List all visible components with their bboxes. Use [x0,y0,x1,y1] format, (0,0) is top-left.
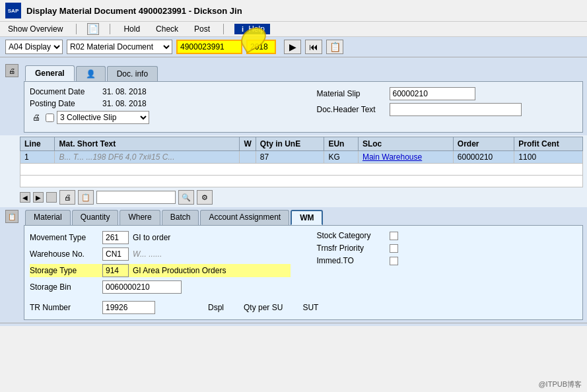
watermark: @ITPUB博客 [538,379,582,389]
posting-date-value: 31. 08. 2018 [102,99,147,108]
movement-type-row: Movement Type GI to order [30,231,291,244]
form-section: Document Date 31. 08. 2018 Posting Date … [30,87,577,127]
bottom-left-icons: 📋 [4,207,20,323]
doc-type-select[interactable]: R02 Material Document [67,40,172,54]
tab-area: General 👤 Doc. info Document Date 31. 08… [20,61,587,135]
doc-header-text-label: Doc.Header Text [317,105,390,114]
right-labels: Dspl Qty per SU SUT [208,303,318,312]
mode-select[interactable]: A04 Display [5,40,63,54]
bottom-area: 📋 Material Quantity Where Batch Account … [0,207,587,323]
col-sloc: SLoc [358,137,453,151]
storage-type-row: Storage Type GI Area Production Orders [30,264,291,277]
wm-form-section: Movement Type GI to order Warehouse No. … [30,231,577,297]
form-col-right: Material Slip Doc.Header Text [317,87,578,127]
left-icon-top[interactable]: 🖨 [5,64,18,77]
menu-show-overview[interactable]: Show Overview [5,23,65,35]
col-eun: EUn [324,137,359,151]
tab-doc-info[interactable]: Doc. info [107,66,158,81]
stock-category-checkbox [390,232,398,240]
immed-to-label: Immed.TO [317,256,390,265]
table-row[interactable]: 1 B... T... ...198 DF6 4,0 7x#15 C... 87… [20,151,583,164]
scroll-right-btn[interactable]: ▶ [33,192,44,203]
doc-date-label: Document Date [30,87,102,96]
storage-bin-label: Storage Bin [30,282,102,292]
table-area: Line Mat. Short Text W Qty in UnE EUn SL… [0,135,587,187]
bottom-tab-area: Material Quantity Where Batch Account As… [20,207,587,323]
movement-type-code[interactable] [102,231,129,244]
nav-go-button[interactable]: ▶ [284,40,301,54]
tab-where[interactable]: Where [120,210,160,225]
app-icon: SAP [5,3,21,18]
table-icon-1[interactable]: 🖨 [59,190,75,205]
general-panel: Document Date 31. 08. 2018 Posting Date … [24,81,583,133]
doc-number-input[interactable] [176,40,242,54]
storage-bin-input[interactable] [102,280,182,294]
print-icon[interactable]: 🖨 [30,111,43,124]
left-icons: 🖨 [4,61,20,135]
doc-header-text-input[interactable] [390,103,522,116]
nav-prev-button[interactable]: ⏮ [305,40,322,54]
cell-order: 60000210 [453,151,514,164]
warehouse-no-code[interactable] [102,247,129,261]
col-order: Order [453,137,514,151]
col-line: Line [20,137,55,151]
movement-type-label: Movement Type [30,233,102,242]
nav-next-button[interactable]: 📋 [326,40,343,54]
menu-hold[interactable]: Hold [121,23,143,35]
toolbar-icon-1[interactable]: 📄 [87,23,99,35]
material-table: Line Mat. Short Text W Qty in UnE EUn SL… [20,137,583,187]
warehouse-no-row: Warehouse No. W... ...... [30,247,291,261]
storage-type-code[interactable] [102,264,129,277]
table-row-empty-2 [20,176,583,187]
dspl-label: Dspl [208,303,224,312]
checkbox-collective[interactable] [46,114,54,122]
col-profit: Profit Cent [514,137,583,151]
qty-per-su-label: Qty per SU [244,303,283,312]
doc-header-text-row: Doc.Header Text [317,103,578,116]
bottom-tabs: Material Quantity Where Batch Account As… [20,207,587,225]
cell-sloc: Main Warehouse [358,151,453,164]
posting-date-row: Posting Date 31. 08. 2018 [30,99,291,108]
status-bar: @ITPUB博客 [0,323,587,326]
trnsfr-priority-row: Trnsfr Priority [317,244,578,253]
page-title: Display Material Document 4900023991 - D… [26,6,242,16]
tr-number-input[interactable] [102,301,155,314]
bottom-left-icon[interactable]: 📋 [5,210,18,223]
material-slip-input[interactable] [390,87,475,100]
table-icon-2[interactable]: 📋 [78,190,94,205]
cell-eun: KG [324,151,359,164]
title-bar: SAP Display Material Document 4900023991… [0,0,587,22]
table-search-input[interactable] [96,191,176,204]
tab-persons[interactable]: 👤 [76,66,106,81]
cell-line: 1 [20,151,55,164]
sep3 [223,24,224,34]
toolbar-row: A04 Display R02 Material Document ▶ ⏮ 📋 [0,37,587,57]
main-area: 🖨 General 👤 Doc. info Document Date 31. … [0,57,587,135]
tab-quantity[interactable]: Quantity [72,210,119,225]
movement-type-desc: GI to order [133,233,170,242]
tab-general[interactable]: General [25,65,75,81]
sut-label: SUT [302,303,318,312]
storage-type-label: Storage Type [30,266,102,275]
tab-wm[interactable]: WM [291,210,323,225]
warehouse-no-desc: W... ...... [133,249,162,259]
tab-batch[interactable]: Batch [162,210,199,225]
menu-post[interactable]: Post [191,23,213,35]
cell-qty: 87 [256,151,324,164]
collective-slip-select[interactable]: 3 Collective Slip [57,111,149,124]
cell-mat-text: B... T... ...198 DF6 4,0 7x#15 C... [55,151,240,164]
cell-profit: 1100 [514,151,583,164]
menu-check[interactable]: Check [153,23,181,35]
person-icon: 👤 [86,69,96,79]
tab-material[interactable]: Material [25,210,71,225]
tab-account-assignment[interactable]: Account Assignment [200,210,289,225]
storage-bin-row: Storage Bin [30,280,291,294]
scroll-left-btn[interactable]: ◀ [20,192,30,203]
stock-category-row: Stock Category [317,231,578,240]
top-tabs: General 👤 Doc. info [20,61,587,81]
wm-panel: Movement Type GI to order Warehouse No. … [24,225,583,320]
search-btn[interactable]: 🔍 [178,190,194,205]
tr-number-label: TR Number [30,303,102,312]
tr-number-area: TR Number Dspl Qty per SU SUT [30,301,577,314]
settings-btn[interactable]: ⚙ [197,190,213,205]
